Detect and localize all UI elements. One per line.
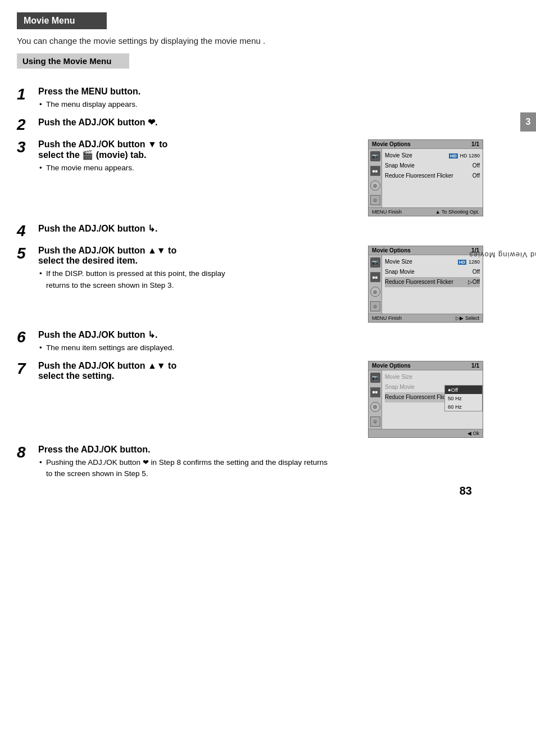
lcd1-footer-right: ▲ To Shooting Opt. — [435, 209, 479, 215]
step-6-title: Push the ADJ./OK button ↳. — [38, 329, 487, 340]
screenshot-3: Movie Options 1/1 📷 ■■ ◎ ☺ — [368, 361, 489, 438]
globe3-icon: ◎ — [370, 402, 380, 412]
step-6-bullet: The menu item settings are displayed. — [38, 342, 487, 354]
lcd3-footer-right: ◀ Ok — [467, 431, 479, 436]
step-4-title: Push the ADJ./OK button ↳. — [38, 223, 487, 234]
step-1-number: 1 — [17, 87, 38, 102]
lcd1-title: Movie Options — [372, 141, 411, 147]
lcd2-footer-right: ▷▶ Select — [456, 315, 479, 321]
step-3-bullet: The movie menu appears. — [38, 162, 360, 174]
step-1-bullet: The menu display appears. — [38, 99, 487, 110]
lcd3-page: 1/1 — [471, 363, 479, 369]
globe2-icon: ◎ — [370, 287, 380, 297]
dropdown-item-2: 60 Hz — [445, 402, 482, 411]
lcd2-row-2: Reduce Fluorescent Flicker ▷Off — [385, 277, 480, 287]
dropdown-menu: ●Off 50 Hz 60 Hz — [444, 385, 483, 411]
step-8-number: 8 — [17, 445, 38, 460]
film3-icon: ■■ — [370, 387, 380, 397]
section-header: Movie Menu — [17, 12, 107, 29]
step-8-bullet: Pushing the ADJ./OK button ❤ in Step 8 c… — [38, 457, 330, 480]
lcd1-row-0: Movie Size HD HD 1280 — [385, 151, 480, 161]
dropdown-item-1: 50 Hz — [445, 394, 482, 402]
step-5-number: 5 — [17, 246, 38, 261]
step-3-number: 3 — [17, 139, 38, 155]
globe-icon: ◎ — [370, 180, 380, 191]
lcd3-row-0: Movie Size — [385, 372, 480, 382]
step-3-title: Push the ADJ./OK button ▼ toselect the 🎬… — [38, 139, 360, 160]
lcd3-title: Movie Options — [372, 363, 411, 369]
chapter-number: 3 — [520, 112, 536, 132]
page-number: 83 — [460, 485, 472, 497]
step-6-number: 6 — [17, 329, 38, 345]
cam3-icon: 📷 — [370, 373, 380, 383]
intro-text: You can change the movie settings by dis… — [17, 36, 489, 46]
step-8-title: Press the ADJ./OK button. — [38, 445, 487, 455]
step-2-number: 2 — [17, 117, 38, 133]
film-icon: ■■ — [370, 166, 380, 176]
step-3-to: to — [159, 139, 167, 149]
lcd2-row-1: Snap Movie Off — [385, 267, 480, 277]
step-5-bullet: If the DISP. button is pressed at this p… — [38, 268, 235, 291]
lcd1-row-2: Reduce Fluorescent Flicker Off — [385, 171, 480, 181]
film2-icon: ■■ — [370, 272, 380, 282]
step-7-number: 7 — [17, 361, 38, 377]
person2-icon: ☺ — [370, 301, 380, 311]
cam-icon: 📷 — [370, 151, 380, 161]
lcd2-footer-left: MENU Finish — [372, 315, 402, 321]
lcd2-title: Movie Options — [372, 247, 411, 253]
lcd1-page: 1/1 — [471, 141, 479, 147]
lcd2-row-0: Movie Size HD 1280 — [385, 257, 480, 267]
sub-header: Using the Movie Menu — [17, 53, 129, 69]
step-4-number: 4 — [17, 223, 38, 239]
lcd1-footer-left: MENU Finish — [372, 209, 402, 215]
step-5-title: Push the ADJ./OK button ▲▼ toselect the … — [38, 246, 360, 266]
screenshot-1: Movie Options 1/1 📷 ■■ ◎ ☺ — [368, 139, 489, 216]
step-1-title: Press the MENU button. — [38, 87, 487, 97]
cam2-icon: 📷 — [370, 257, 380, 268]
dropdown-item-0: ●Off — [445, 386, 482, 394]
step-7-title: Push the ADJ./OK button ▲▼ toselect the … — [38, 361, 360, 381]
sidebar-label: Shooting and Viewing Movies — [469, 250, 536, 259]
step-2-title: Push the ADJ./OK button ❤. — [38, 117, 487, 128]
person-icon: ☺ — [370, 195, 380, 205]
person3-icon: ☺ — [370, 417, 380, 427]
lcd1-row-1: Snap Movie Off — [385, 161, 480, 171]
